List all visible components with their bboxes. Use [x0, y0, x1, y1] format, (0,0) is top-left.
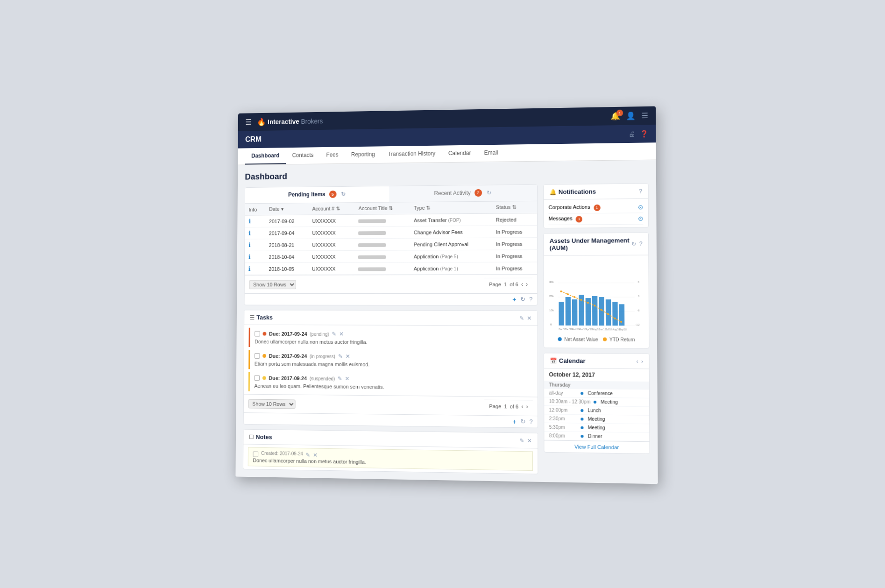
table-footer: Show 10 Rows Show 25 Rows Show 50 Rows P… — [244, 275, 537, 293]
recent-refresh-icon[interactable]: ↻ — [486, 190, 491, 196]
add-icon[interactable]: + — [512, 296, 516, 303]
aum-title: Assets Under Management (AUM) — [549, 237, 631, 251]
info-icon[interactable]: ℹ — [248, 254, 250, 261]
tab-transaction-history[interactable]: Transaction History — [381, 146, 441, 163]
pending-count-badge: 5 — [329, 191, 336, 198]
svg-text:30k: 30k — [549, 281, 553, 283]
note-close-icon[interactable]: ✕ — [313, 452, 318, 458]
table-row: ℹ 2017-09-04 UXXXXXX Change Advisor Fees… — [245, 226, 537, 239]
event-dot-dinner — [581, 435, 583, 438]
task-3-close-icon[interactable]: ✕ — [345, 375, 349, 382]
rows-select[interactable]: Show 10 Rows Show 25 Rows Show 50 Rows — [249, 280, 296, 289]
col-account[interactable]: Account # ⇅ — [308, 203, 354, 215]
event-dot-meeting1 — [593, 400, 596, 403]
cell-account: UXXXXXX — [308, 227, 354, 239]
notes-close-icon[interactable]: ✕ — [527, 437, 531, 444]
notes-checkbox-icon: ☐ — [248, 433, 254, 440]
notification-badge: 1 — [616, 110, 623, 116]
cell-title — [354, 226, 410, 238]
recent-activity-label: Recent Activity — [434, 190, 470, 197]
tab-contacts[interactable]: Contacts — [285, 147, 319, 164]
task-1-close-icon[interactable]: ✕ — [339, 331, 344, 337]
next-page-button[interactable]: › — [526, 281, 528, 288]
info-icon[interactable]: ℹ — [248, 241, 250, 248]
aum-header-actions: ↻ ? — [631, 241, 643, 247]
info-icon[interactable]: ℹ — [248, 218, 251, 225]
notification-icon[interactable]: 🔔 1 — [610, 112, 620, 120]
col-title[interactable]: Account Title ⇅ — [354, 202, 410, 214]
tasks-add-icon[interactable]: + — [512, 418, 516, 425]
task-item-pending: Due: 2017-09-24 (pending) ✎ ✕ Donec ulla… — [248, 328, 532, 348]
cal-event-meeting3-label: Meeting — [588, 425, 605, 431]
pending-refresh-icon[interactable]: ↻ — [340, 191, 345, 198]
tasks-next-page[interactable]: › — [526, 404, 528, 410]
cell-status: In Progress — [492, 250, 537, 262]
notifications-help-icon[interactable]: ? — [639, 188, 642, 194]
col-type[interactable]: Type ⇅ — [410, 202, 492, 214]
tab-pending-items[interactable]: Pending Items 5 ↻ — [245, 186, 389, 203]
tab-calendar[interactable]: Calendar — [441, 145, 477, 162]
notif-messages-icon[interactable]: ⊙ — [638, 215, 643, 222]
task-3-checkbox[interactable] — [254, 375, 260, 381]
cal-event-conference: Conference — [588, 390, 612, 396]
nav-dot-icon — [558, 337, 561, 341]
page-title: Dashboard — [245, 168, 648, 182]
notif-corporate-icon[interactable]: ⊙ — [637, 204, 643, 211]
svg-rect-12 — [559, 302, 564, 326]
calendar-next-icon[interactable]: › — [641, 358, 643, 364]
tasks-help-icon[interactable]: ? — [529, 418, 532, 425]
notifications-title: Notifications — [558, 188, 595, 196]
cal-time-meeting1: 10:30am - 12:30pm — [549, 399, 590, 404]
info-icon[interactable]: ℹ — [248, 230, 251, 237]
notif-item-messages: Messages 1 ⊙ — [548, 213, 643, 225]
tab-fees[interactable]: Fees — [319, 147, 344, 163]
tab-reporting[interactable]: Reporting — [345, 146, 382, 163]
calendar-prev-icon[interactable]: ‹ — [636, 358, 638, 364]
cell-title — [354, 214, 410, 227]
page-of: of 6 — [510, 282, 518, 287]
calendar-title: Calendar — [559, 357, 585, 365]
aum-refresh-icon[interactable]: ↻ — [631, 241, 636, 247]
help-icon[interactable]: ❓ — [640, 130, 648, 137]
col-status[interactable]: Status ⇅ — [492, 201, 537, 213]
notes-edit-icon[interactable]: ✎ — [519, 437, 524, 444]
tasks-close-icon[interactable]: ✕ — [527, 315, 531, 321]
tasks-edit-icon[interactable]: ✎ — [519, 315, 524, 321]
svg-text:Aug'18: Aug'18 — [612, 328, 620, 331]
col-date[interactable]: Date ▾ — [265, 203, 308, 215]
cal-time-lunch: 12:00pm — [549, 407, 578, 413]
note-created: Created: 2017-09-24 — [261, 451, 303, 456]
table-row: ℹ 2018-10-04 UXXXXXX Application (Page 5… — [245, 250, 537, 263]
left-col: Pending Items 5 ↻ Recent Activity 2 ↻ — [242, 184, 538, 475]
task-3-edit-icon[interactable]: ✎ — [338, 375, 342, 382]
tab-dashboard[interactable]: Dashboard — [245, 148, 285, 164]
task-2-checkbox[interactable] — [254, 353, 260, 359]
task-2-close-icon[interactable]: ✕ — [345, 353, 350, 360]
prev-page-button[interactable]: ‹ — [521, 281, 523, 288]
flame-icon: 🔥 — [257, 118, 266, 127]
svg-text:10k: 10k — [549, 309, 554, 312]
note-checkbox[interactable] — [253, 451, 258, 457]
tasks-rows-select[interactable]: Show 10 Rows — [248, 399, 295, 409]
tab-recent-activity[interactable]: Recent Activity 2 ↻ — [389, 185, 537, 202]
user-icon[interactable]: 👤 — [626, 111, 636, 120]
refresh-icon[interactable]: ↻ — [520, 296, 525, 303]
note-edit-icon[interactable]: ✎ — [305, 452, 310, 458]
print-icon[interactable]: 🖨 — [628, 130, 635, 138]
task-1-desc: Donec ullamcorper nulla non metus auctor… — [255, 339, 528, 346]
tasks-refresh-icon[interactable]: ↻ — [520, 418, 525, 425]
task-1-checkbox[interactable] — [255, 331, 260, 337]
hamburger-icon[interactable]: ☰ — [245, 118, 252, 127]
notif-corporate-label: Corporate Actions 1 — [548, 204, 600, 211]
tasks-prev-page[interactable]: ‹ — [521, 403, 523, 410]
view-full-calendar-link[interactable]: View Full Calendar — [544, 440, 649, 453]
task-1-edit-icon[interactable]: ✎ — [332, 331, 336, 337]
notifications-header: 🔔 Notifications ? — [544, 184, 648, 199]
tab-email[interactable]: Email — [477, 145, 504, 162]
aum-help-icon[interactable]: ? — [639, 241, 642, 247]
task-2-edit-icon[interactable]: ✎ — [338, 353, 342, 360]
info-icon[interactable]: ℹ — [248, 265, 250, 272]
menu-icon[interactable]: ☰ — [641, 111, 648, 120]
tasks-card-header: ☰ Tasks ✎ ✕ — [244, 310, 537, 326]
help-circle-icon[interactable]: ? — [529, 296, 532, 303]
